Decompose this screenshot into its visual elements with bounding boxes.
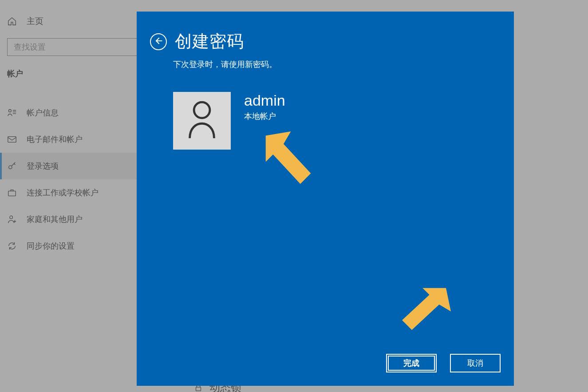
avatar xyxy=(173,92,231,150)
account-type: 本地帐户 xyxy=(244,111,285,122)
user-block: admin 本地帐户 xyxy=(137,70,514,150)
dialog-header: 创建密码 xyxy=(137,12,514,53)
person-icon xyxy=(187,99,217,142)
annotation-arrow-down-left xyxy=(402,285,451,343)
dialog-title: 创建密码 xyxy=(175,30,244,53)
create-password-dialog: 创建密码 下次登录时，请使用新密码。 admin 本地帐户 完成 取消 xyxy=(137,12,514,386)
svg-marker-8 xyxy=(402,288,451,330)
dialog-buttons: 完成 取消 xyxy=(386,354,501,372)
back-button[interactable] xyxy=(150,33,167,50)
svg-point-6 xyxy=(194,102,210,118)
cancel-button[interactable]: 取消 xyxy=(450,354,501,372)
finish-button[interactable]: 完成 xyxy=(386,354,437,372)
user-name: admin xyxy=(244,92,285,109)
dialog-subtitle: 下次登录时，请使用新密码。 xyxy=(137,53,514,70)
user-text: admin 本地帐户 xyxy=(244,92,285,150)
arrow-left-icon xyxy=(154,36,163,47)
